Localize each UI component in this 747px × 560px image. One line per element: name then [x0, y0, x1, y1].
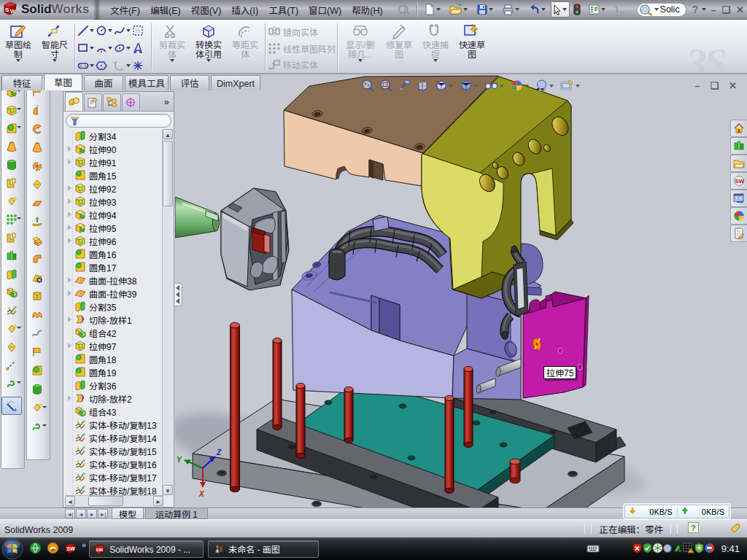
quicklaunch-solidworks-icon[interactable]: SW [64, 542, 77, 556]
expand-icon[interactable] [66, 394, 74, 402]
window-minimize-button[interactable]: – [711, 4, 716, 15]
mirror-entities-button[interactable]: 镜向实体 [268, 23, 336, 40]
dropdown-icon[interactable] [473, 85, 478, 88]
rect-dropdown-icon[interactable] [90, 47, 94, 50]
taskpane-resources-button[interactable] [730, 137, 747, 155]
tab-featuremanager-tree[interactable] [65, 92, 83, 111]
scroll-left-button[interactable]: ◄ [65, 496, 75, 506]
taskbar-solidworks-button[interactable]: SWSolidWorks 2009 - ... [89, 540, 204, 558]
scroll-thumb[interactable] [163, 141, 173, 206]
surfaces-boundary-surface-button[interactable] [27, 157, 47, 176]
quicklaunch-overflow-icon[interactable]: » [82, 540, 86, 549]
model-3d-view[interactable]: Y Z X [175, 74, 747, 508]
save-document-button[interactable] [476, 1, 495, 18]
menu-edit[interactable]: 编辑(E) [145, 0, 186, 20]
tray-update-shield-icon[interactable] [694, 542, 705, 556]
slot-tool[interactable] [77, 57, 96, 74]
print-button[interactable] [501, 1, 522, 18]
taskpane-toolbox-button[interactable] [730, 172, 747, 190]
panel-tabs-overflow[interactable]: » [164, 96, 169, 107]
dropdown-icon[interactable] [53, 59, 57, 62]
slot-dropdown-icon[interactable] [90, 64, 94, 67]
expand-icon[interactable] [66, 224, 74, 232]
options-button[interactable] [587, 1, 608, 18]
features-shell-button[interactable] [1, 155, 22, 174]
sketch-fillet-tool[interactable] [114, 57, 132, 74]
tab-evaluate[interactable]: 评估 [170, 75, 209, 90]
surfaces-planar-surface-button[interactable] [27, 176, 47, 195]
tab-propertymanager[interactable] [84, 93, 102, 111]
dropdown-icon[interactable] [17, 126, 21, 128]
window-close-button[interactable]: ✕ [736, 4, 744, 15]
surfaces-surface-fillet-button[interactable] [27, 362, 47, 381]
features-insert-part-button[interactable] [1, 319, 22, 338]
features-extruded-cut-button[interactable] [1, 101, 22, 119]
arc-tool[interactable] [96, 39, 114, 57]
help-button[interactable]: ? [692, 4, 699, 15]
tree-item[interactable]: 拉伸96 [65, 234, 162, 247]
dropdown-icon[interactable] [500, 85, 504, 88]
tree-item[interactable]: 切除-放样1 [65, 313, 162, 326]
tree-item[interactable]: 拉伸90 [65, 142, 162, 155]
polygon-tool[interactable] [96, 57, 114, 74]
options-dropdown-icon[interactable] [601, 8, 605, 11]
smart-dimension-button[interactable]: 智能尺寸 [36, 21, 73, 73]
nav-last-button[interactable]: ►| [98, 509, 108, 518]
tree-item[interactable]: 实体-移动/复制18 [65, 483, 162, 496]
tree-item[interactable]: 圆角15 [65, 168, 162, 182]
open-document-button[interactable] [449, 1, 470, 18]
zoom-to-fit-button[interactable] [361, 79, 375, 93]
window-restore-button[interactable]: ❏ [721, 4, 730, 15]
apply-scene-button[interactable] [535, 79, 555, 93]
model-green-rod[interactable] [175, 197, 220, 238]
scroll-thumb[interactable] [88, 496, 123, 506]
doc-restore-button[interactable]: ❏ [710, 80, 719, 91]
features-plane-button[interactable] [1, 338, 22, 356]
dropdown-icon[interactable] [16, 59, 20, 62]
surfaces-trim-surface-button[interactable] [27, 306, 47, 324]
tree-item[interactable]: 圆角17 [65, 260, 162, 273]
menu-tools[interactable]: 工具(T) [263, 0, 303, 20]
surfaces-lofted-surface-button[interactable] [27, 139, 47, 158]
tab-features[interactable]: 特征 [1, 75, 42, 90]
features-curve-button[interactable] [1, 356, 22, 374]
quick-tips-icon[interactable]: ? [688, 522, 699, 535]
surfaces-replace-face-button[interactable] [27, 343, 47, 362]
display-delete-relations-button[interactable]: 显示/删除几... [340, 21, 381, 73]
scroll-up-button[interactable]: ▲ [163, 129, 173, 139]
dropdown-icon[interactable] [17, 327, 21, 329]
menu-window[interactable]: 窗口(W) [303, 0, 347, 20]
nav-prev-button[interactable]: ◄ [76, 509, 86, 518]
features-linear-pattern-button[interactable] [1, 210, 22, 228]
tree-item[interactable]: 实体-移动/复制13 [65, 418, 162, 431]
expand-icon[interactable] [66, 145, 74, 153]
taskbar-paint-button[interactable]: 未命名 - 画图 [208, 540, 319, 558]
tree-item[interactable]: 组合42 [65, 326, 162, 339]
zoom-to-area-button[interactable] [379, 79, 393, 93]
tab-sketch[interactable]: 草图 [44, 74, 82, 90]
tree-item[interactable]: 实体-移动/复制16 [65, 457, 162, 470]
model-side-block[interactable] [523, 292, 589, 398]
sketch-fillet-dropdown-icon[interactable] [126, 64, 131, 67]
arc-dropdown-icon[interactable] [108, 47, 112, 50]
dropdown-icon[interactable] [549, 85, 554, 88]
tree-item[interactable]: 分割34 [65, 129, 162, 142]
sketch-button[interactable]: 草图绘制 [0, 21, 36, 73]
tree-item[interactable]: 切除-放样2 [65, 392, 162, 405]
menu-file[interactable]: 文件(F) [105, 0, 145, 20]
dropdown-icon[interactable] [433, 59, 438, 62]
tab-model[interactable]: 模型 [112, 508, 144, 519]
text-tool[interactable] [132, 39, 150, 57]
dropdown-icon[interactable] [576, 85, 580, 88]
features-helix-button[interactable] [1, 374, 22, 392]
features-move-copy-button[interactable] [1, 301, 22, 319]
linear-sketch-pattern-button[interactable]: 线性草图阵列 [268, 40, 336, 57]
surfaces-swept-surface-button[interactable] [27, 120, 47, 139]
select-dropdown-icon[interactable] [562, 8, 567, 11]
tray-messenger-icon[interactable] [704, 542, 715, 556]
spline-tool[interactable] [114, 22, 132, 39]
line-dropdown-icon[interactable] [90, 29, 94, 32]
spline-dropdown-icon[interactable] [126, 29, 131, 32]
surfaces-revolved-surface-button[interactable] [27, 101, 47, 120]
edit-appearance-button[interactable] [510, 79, 530, 93]
